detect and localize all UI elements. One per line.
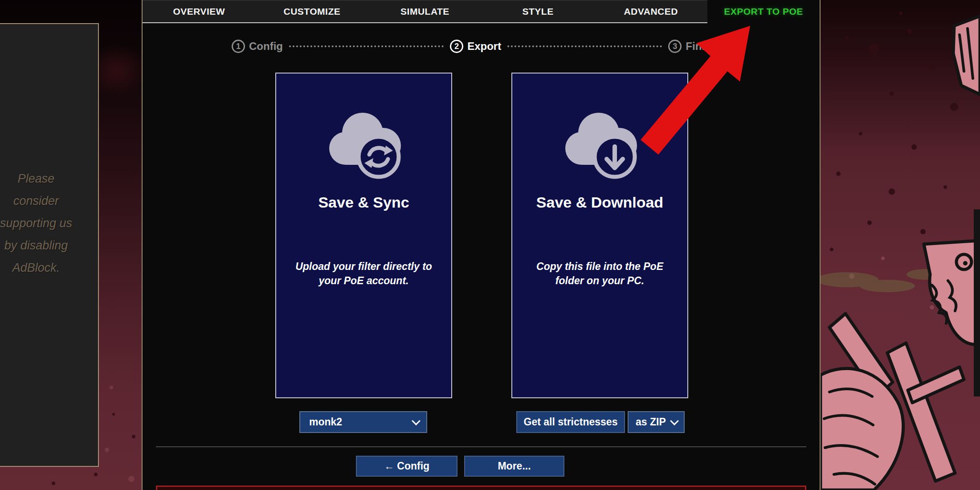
- card-description: Copy this file into the PoE folder on yo…: [524, 259, 676, 288]
- download-format-select[interactable]: as ZIP: [628, 411, 685, 433]
- step-export[interactable]: 2 Export: [450, 40, 501, 53]
- format-select-value: as ZIP: [636, 416, 666, 428]
- export-stepper: 1 Config 2 Export 3 Finish: [232, 37, 717, 55]
- tab-simulate[interactable]: SIMULATE: [368, 0, 482, 22]
- league-select-value: monk2: [309, 416, 342, 428]
- adblock-line: supporting us: [0, 212, 72, 234]
- save-and-sync-card[interactable]: Save & Sync Upload your filter directly …: [275, 73, 452, 398]
- get-all-strictnesses-button[interactable]: Get all strictnesses: [516, 411, 625, 433]
- tab-advanced[interactable]: ADVANCED: [594, 0, 707, 22]
- card-title: Save & Sync: [318, 194, 409, 211]
- nav-tab-strip: OVERVIEW CUSTOMIZE SIMULATE STYLE ADVANC…: [143, 0, 707, 23]
- save-and-download-card[interactable]: Save & Download Copy this file into the …: [511, 73, 688, 398]
- cloud-sync-icon: [317, 106, 411, 181]
- step-label: Export: [467, 40, 501, 53]
- step-finish[interactable]: 3 Finish: [668, 40, 717, 53]
- button-label: Get all strictnesses: [524, 416, 618, 428]
- footer-divider: [156, 446, 806, 447]
- step-number: 1: [232, 40, 245, 53]
- chevron-down-icon: [412, 416, 421, 425]
- card-title: Save & Download: [536, 194, 663, 211]
- back-to-config-button[interactable]: ← Config: [356, 456, 457, 477]
- step-config[interactable]: 1 Config: [232, 40, 283, 53]
- adblock-line: consider: [13, 190, 59, 212]
- main-panel: OVERVIEW CUSTOMIZE SIMULATE STYLE ADVANC…: [142, 0, 821, 490]
- tab-customize[interactable]: CUSTOMIZE: [256, 0, 369, 22]
- step-label: Config: [249, 40, 283, 53]
- step-label: Finish: [686, 40, 717, 53]
- cloud-download-icon: [553, 106, 647, 181]
- step-number: 2: [450, 40, 463, 53]
- tab-style[interactable]: STYLE: [482, 0, 595, 22]
- tab-overview[interactable]: OVERVIEW: [143, 0, 256, 22]
- chevron-down-icon: [670, 416, 679, 425]
- button-label: More...: [498, 460, 531, 472]
- league-select[interactable]: monk2: [299, 411, 427, 433]
- step-number: 3: [668, 40, 682, 53]
- step-connector: [289, 45, 444, 47]
- adblock-notice-panel: Please consider supporting us by disabli…: [0, 23, 99, 467]
- adblock-line: AdBlock.: [12, 257, 60, 279]
- tab-export-to-poe[interactable]: EXPORT TO POE: [707, 0, 820, 23]
- top-navigation: OVERVIEW CUSTOMIZE SIMULATE STYLE ADVANC…: [143, 0, 820, 23]
- bottom-alert-bar: [156, 486, 806, 490]
- step-connector: [507, 45, 662, 47]
- button-label: ← Config: [384, 460, 429, 472]
- more-button[interactable]: More...: [464, 456, 564, 477]
- background-artwork-right: [821, 0, 980, 490]
- adblock-line: by disabling: [4, 234, 68, 257]
- adblock-line: Please: [18, 167, 55, 190]
- card-description: Upload your filter directly to your PoE …: [288, 259, 440, 288]
